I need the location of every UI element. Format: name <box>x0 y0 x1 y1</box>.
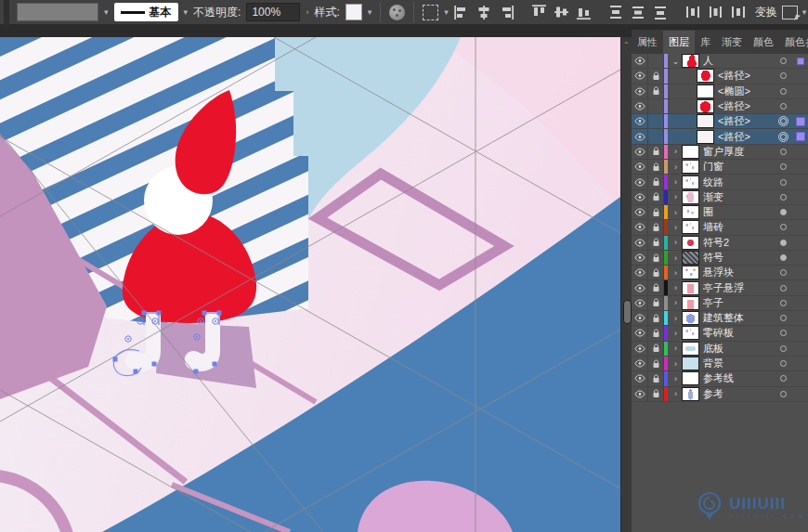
target-circle-icon[interactable] <box>780 179 787 186</box>
tab-颜色[interactable]: 颜色 <box>748 31 779 54</box>
align-center-h-icon[interactable] <box>476 5 492 20</box>
collapse-chevron-icon[interactable]: › <box>670 389 682 398</box>
layer-label[interactable]: 建筑整体 <box>703 311 773 325</box>
dist-right-icon[interactable] <box>730 5 746 20</box>
layer-thumbnail[interactable] <box>682 296 699 310</box>
lock-icon[interactable] <box>648 160 664 174</box>
visibility-eye-icon[interactable] <box>632 311 648 325</box>
layer-thumbnail[interactable] <box>682 145 699 159</box>
lock-icon[interactable] <box>648 266 664 279</box>
chevron-down-icon[interactable]: ▾ <box>444 8 449 17</box>
visibility-eye-icon[interactable] <box>632 296 648 310</box>
target-circle-icon[interactable] <box>780 224 787 230</box>
stroke-style-dropdown[interactable]: 基本 <box>114 3 178 21</box>
layer-row-参考[interactable]: ›参考 <box>632 387 808 402</box>
target-circle-icon[interactable] <box>780 194 787 201</box>
layer-thumbnail[interactable] <box>682 371 699 385</box>
chevron-right-icon[interactable]: › <box>306 8 308 17</box>
lock-icon[interactable] <box>648 342 664 356</box>
visibility-eye-icon[interactable] <box>632 84 648 98</box>
layer-label[interactable]: 参考 <box>703 387 773 401</box>
layer-label[interactable]: 窗户厚度 <box>703 145 773 159</box>
collapse-chevron-icon[interactable]: › <box>670 238 682 247</box>
lock-icon[interactable] <box>648 311 664 325</box>
visibility-eye-icon[interactable] <box>632 326 648 340</box>
layer-label[interactable]: 零碎板 <box>703 326 773 340</box>
layer-row-路径[interactable]: <路径> <box>632 99 808 114</box>
target-circle-icon[interactable] <box>780 254 787 261</box>
lock-icon[interactable] <box>648 145 664 159</box>
visibility-eye-icon[interactable] <box>632 69 648 83</box>
layer-thumbnail[interactable] <box>682 220 699 234</box>
dist-bottom-icon[interactable] <box>653 5 669 20</box>
lock-icon[interactable] <box>648 205 664 219</box>
layer-thumbnail[interactable] <box>697 114 714 128</box>
layer-label[interactable]: 墙砖 <box>703 220 773 234</box>
dist-center-v-icon[interactable] <box>631 5 646 20</box>
layer-row-路径[interactable]: <路径> <box>632 69 808 84</box>
layer-label[interactable]: 参考线 <box>703 371 773 385</box>
layer-row-人[interactable]: ⌄人 <box>632 54 808 69</box>
visibility-eye-icon[interactable] <box>632 220 648 234</box>
align-top-icon[interactable] <box>531 5 547 20</box>
visibility-eye-icon[interactable] <box>632 251 648 265</box>
collapse-chevron-icon[interactable]: › <box>670 329 682 338</box>
layer-thumbnail[interactable] <box>682 357 699 370</box>
lock-icon[interactable] <box>648 296 664 310</box>
lock-icon[interactable] <box>648 69 664 83</box>
layer-row-墙砖[interactable]: ›墙砖 <box>632 220 808 235</box>
visibility-eye-icon[interactable] <box>632 114 648 128</box>
chevron-down-icon[interactable]: ▾ <box>802 8 807 17</box>
layer-label[interactable]: 纹路 <box>703 175 773 189</box>
layer-label[interactable]: 人 <box>703 54 773 68</box>
visibility-eye-icon[interactable] <box>632 357 648 370</box>
expand-chevron-icon[interactable]: ⌄ <box>670 57 682 66</box>
layer-label[interactable]: <路径> <box>718 99 773 113</box>
tab-属性[interactable]: 属性 <box>632 31 663 54</box>
layer-thumbnail[interactable] <box>682 175 699 189</box>
collapse-chevron-icon[interactable]: › <box>670 298 682 307</box>
scroll-up-icon[interactable]: ⌃ <box>623 41 630 49</box>
lock-toggle-empty[interactable] <box>648 99 664 113</box>
layer-thumbnail[interactable] <box>682 236 699 250</box>
target-circle-icon[interactable] <box>780 163 787 170</box>
layer-row-背景[interactable]: ›背景 <box>632 357 808 371</box>
visibility-eye-icon[interactable] <box>632 205 648 219</box>
tab-图层[interactable]: 图层 <box>663 31 695 54</box>
target-circle-icon[interactable] <box>780 103 787 110</box>
tab-库[interactable]: 库 <box>695 31 716 54</box>
layer-row-圈[interactable]: ›圈 <box>632 205 808 220</box>
opacity-label[interactable]: 不透明度: <box>193 5 241 20</box>
target-circle-icon[interactable] <box>780 360 787 367</box>
target-circle-icon[interactable] <box>780 209 787 215</box>
visibility-eye-icon[interactable] <box>632 266 648 279</box>
layer-row-符号2[interactable]: ›符号2 <box>632 236 808 251</box>
layer-thumbnail[interactable] <box>682 54 699 68</box>
target-circle-icon[interactable] <box>780 88 787 95</box>
target-circle-icon[interactable] <box>780 72 787 79</box>
layer-label[interactable]: 亭子 <box>703 296 773 310</box>
collapse-chevron-icon[interactable]: › <box>670 314 682 323</box>
target-circle-icon[interactable] <box>780 285 787 292</box>
target-circle-icon[interactable] <box>780 315 787 321</box>
visibility-eye-icon[interactable] <box>632 342 648 356</box>
layer-thumbnail[interactable] <box>682 190 699 204</box>
visibility-eye-icon[interactable] <box>632 190 648 204</box>
target-circle-icon[interactable] <box>780 300 787 306</box>
layer-thumbnail[interactable] <box>697 84 714 98</box>
layer-thumbnail[interactable] <box>682 205 699 219</box>
layer-row-亭子悬浮[interactable]: ›亭子悬浮 <box>632 280 808 295</box>
align-right-icon[interactable] <box>499 5 515 20</box>
target-circle-icon[interactable] <box>780 330 787 336</box>
visibility-eye-icon[interactable] <box>632 54 648 68</box>
lock-icon[interactable] <box>648 190 664 204</box>
target-circle-icon[interactable] <box>780 269 787 276</box>
lock-icon[interactable] <box>648 387 664 401</box>
recolor-artwork-icon[interactable] <box>389 5 405 20</box>
lock-icon[interactable] <box>648 236 664 250</box>
visibility-eye-icon[interactable] <box>632 160 648 174</box>
layer-row-底板[interactable]: ›底板 <box>632 342 808 357</box>
selection-indicator-square[interactable] <box>796 117 805 126</box>
chevron-down-icon[interactable]: ▾ <box>184 8 189 17</box>
layer-label[interactable]: 底板 <box>703 342 773 356</box>
